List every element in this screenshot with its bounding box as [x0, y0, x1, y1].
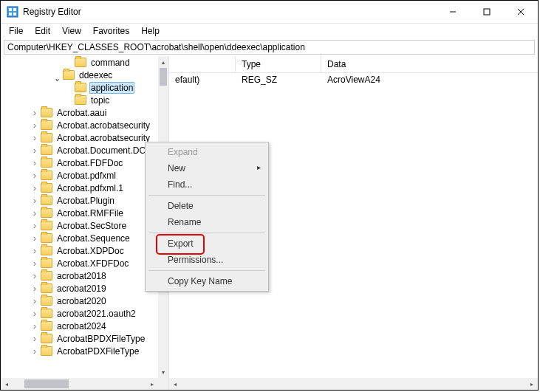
- expand-icon[interactable]: [52, 71, 61, 80]
- expand-icon[interactable]: [30, 247, 39, 255]
- value-data: AcroViewA24: [321, 75, 538, 85]
- menu-help[interactable]: Help: [136, 25, 165, 37]
- column-name[interactable]: [169, 56, 236, 72]
- tree-row[interactable]: Acrobat.XDPDoc: [1, 244, 158, 257]
- expand-icon[interactable]: [30, 309, 39, 318]
- menu-separator: [148, 270, 265, 271]
- scroll-thumb[interactable]: [24, 379, 69, 388]
- scroll-down-icon[interactable]: ▾: [158, 366, 168, 378]
- list-header: Type Data: [169, 56, 538, 73]
- menu-edit[interactable]: Edit: [30, 25, 55, 37]
- expand-icon[interactable]: [30, 134, 39, 142]
- tree-pane: command ddeexec application topic: [1, 56, 169, 390]
- context-export[interactable]: Export: [147, 235, 267, 252]
- folder-icon: [75, 95, 86, 105]
- menu-view[interactable]: View: [57, 25, 86, 37]
- menu-file[interactable]: File: [4, 25, 28, 37]
- tree-row[interactable]: acrobat2024: [1, 320, 158, 332]
- tree-row[interactable]: Acrobat.pdfxml: [1, 169, 158, 182]
- tree-row[interactable]: Acrobat.RMFFile: [1, 207, 158, 219]
- folder-icon: [41, 108, 52, 117]
- menu-separator: [148, 195, 265, 196]
- context-rename[interactable]: Rename: [147, 214, 267, 230]
- tree-label: acrobat2019: [55, 283, 108, 294]
- address-bar[interactable]: Computer\HKEY_CLASSES_ROOT\acrobat\shell…: [4, 40, 535, 55]
- menu-favorites[interactable]: Favorites: [88, 25, 134, 37]
- expand-icon[interactable]: [30, 297, 39, 306]
- expand-icon[interactable]: [30, 146, 39, 155]
- scroll-right-icon[interactable]: ▸: [146, 378, 158, 390]
- window-title: Registry Editor: [23, 7, 81, 17]
- tree-scrollbar-horizontal[interactable]: ◂ ▸: [1, 378, 158, 390]
- expand-icon[interactable]: [30, 171, 39, 180]
- expand-icon[interactable]: [30, 184, 39, 193]
- expand-icon[interactable]: [30, 121, 39, 130]
- svg-rect-2: [13, 8, 16, 11]
- expand-icon[interactable]: [30, 159, 39, 168]
- tree-row[interactable]: Acrobat.acrobatsecurity: [1, 131, 158, 144]
- expand-icon[interactable]: [30, 272, 39, 281]
- folder-icon: [41, 196, 52, 205]
- tree-row[interactable]: Acrobat.aaui: [1, 106, 158, 119]
- tree-row-selected[interactable]: application: [1, 81, 158, 94]
- tree-row[interactable]: ddeexec: [1, 69, 158, 81]
- scroll-right-icon[interactable]: ▸: [526, 378, 538, 390]
- folder-icon: [41, 309, 52, 318]
- tree-row[interactable]: command: [1, 56, 158, 69]
- tree-row[interactable]: topic: [1, 94, 158, 106]
- tree-row[interactable]: acrobat2018: [1, 269, 158, 282]
- context-new[interactable]: New ▸: [147, 160, 267, 176]
- expand-icon[interactable]: [30, 334, 39, 343]
- expand-icon[interactable]: [30, 109, 39, 117]
- context-copy-key-name[interactable]: Copy Key Name: [147, 273, 267, 289]
- maximize-button[interactable]: [470, 1, 504, 23]
- svg-rect-6: [484, 9, 490, 15]
- scroll-left-icon[interactable]: ◂: [1, 378, 13, 390]
- scroll-up-icon[interactable]: ▴: [158, 56, 168, 68]
- scroll-thumb[interactable]: [160, 68, 167, 86]
- folder-icon: [75, 83, 86, 92]
- tree-row[interactable]: Acrobat.FDFDoc: [1, 157, 158, 169]
- context-menu: Expand New ▸ Find... Delete Rename Expor…: [145, 142, 269, 292]
- tree-row[interactable]: acrobat2021.oauth2: [1, 307, 158, 320]
- tree-row[interactable]: Acrobat.acrobatsecurity: [1, 119, 158, 131]
- tree-row[interactable]: acrobat2019: [1, 282, 158, 295]
- context-delete[interactable]: Delete: [147, 198, 267, 214]
- folder-icon: [41, 258, 52, 268]
- expand-icon[interactable]: [30, 347, 39, 356]
- tree-row[interactable]: Acrobat.pdfxml.1: [1, 182, 158, 194]
- column-type[interactable]: Type: [236, 56, 321, 72]
- folder-icon: [41, 145, 52, 155]
- column-data[interactable]: Data: [321, 56, 538, 72]
- expand-icon[interactable]: [30, 209, 39, 218]
- context-expand[interactable]: Expand: [147, 144, 267, 160]
- tree-row[interactable]: Acrobat.SecStore: [1, 219, 158, 232]
- tree-row[interactable]: Acrobat.Document.DC: [1, 144, 158, 157]
- tree-row[interactable]: AcrobatPDXFileType: [1, 345, 158, 357]
- scroll-left-icon[interactable]: ◂: [169, 378, 181, 390]
- expand-icon[interactable]: [30, 259, 39, 268]
- expand-icon[interactable]: [30, 322, 39, 331]
- context-find[interactable]: Find...: [147, 176, 267, 193]
- expand-icon[interactable]: [30, 196, 39, 205]
- close-button[interactable]: [504, 1, 538, 23]
- value-type: REG_SZ: [236, 75, 321, 85]
- list-scrollbar-horizontal[interactable]: ◂ ▸: [169, 378, 538, 390]
- expand-icon[interactable]: [30, 221, 39, 230]
- tree-label: acrobat2021.oauth2: [55, 309, 137, 319]
- tree-row[interactable]: Acrobat.XFDFDoc: [1, 257, 158, 269]
- expand-icon[interactable]: [30, 284, 39, 293]
- tree-row[interactable]: AcrobatBPDXFileType: [1, 332, 158, 345]
- tree-row[interactable]: Acrobat.Plugin: [1, 194, 158, 207]
- expand-icon[interactable]: [30, 234, 39, 243]
- folder-icon: [41, 208, 52, 218]
- folder-icon: [41, 271, 52, 281]
- context-permissions[interactable]: Permissions...: [147, 252, 267, 268]
- list-row[interactable]: efault) REG_SZ AcroViewA24: [169, 73, 538, 86]
- folder-icon: [75, 58, 86, 67]
- minimize-button[interactable]: [436, 1, 470, 23]
- tree-row[interactable]: Acrobat.Sequence: [1, 232, 158, 244]
- value-name: efault): [175, 75, 199, 85]
- tree-label: Acrobat.SecStore: [55, 221, 128, 231]
- tree-row[interactable]: acrobat2020: [1, 295, 158, 307]
